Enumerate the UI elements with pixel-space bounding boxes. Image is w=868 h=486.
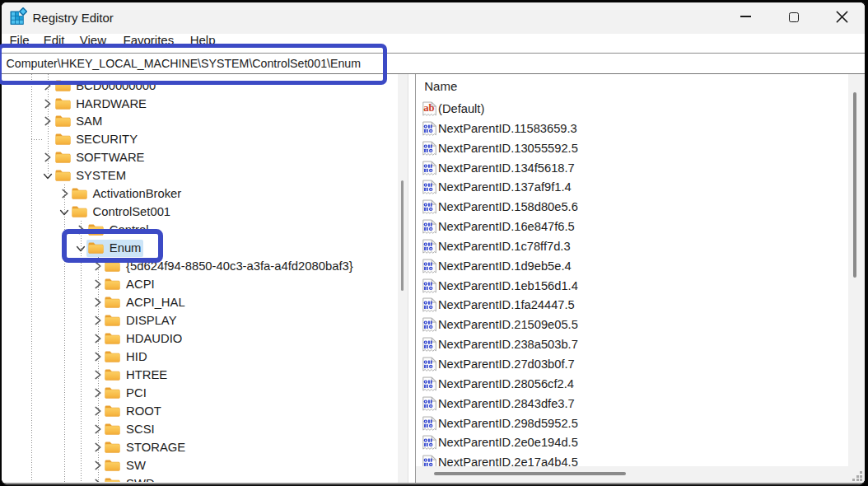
svg-text:ab: ab (423, 102, 434, 114)
